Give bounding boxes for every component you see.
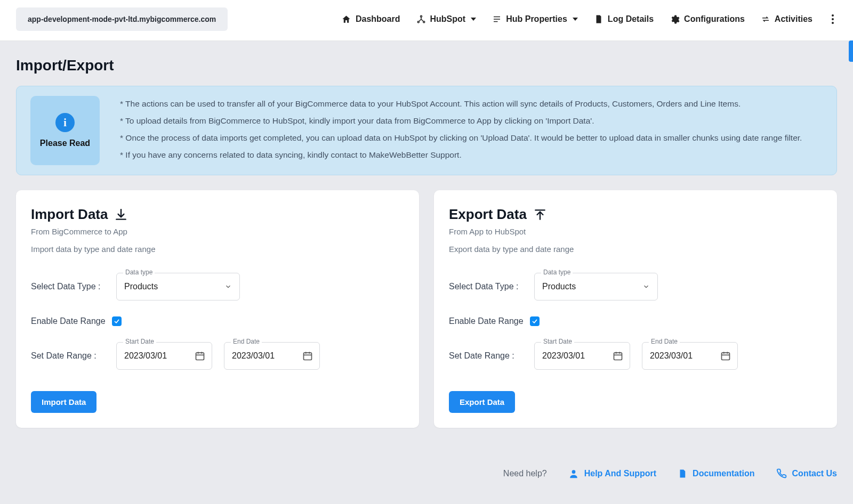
scroll-accent [849,40,853,62]
notice-line: * If you have any concerns related to da… [120,150,802,160]
footer: Need help? Help And Support Documentatio… [0,449,853,490]
import-card: Import Data From BigCommerce to App Impo… [16,190,419,428]
nav-dashboard[interactable]: Dashboard [341,14,400,25]
svg-point-0 [420,15,422,17]
nav-configurations-label: Configurations [684,14,745,24]
notice-line: * To upload details from BigCommerce to … [120,116,802,126]
import-start-date-input[interactable]: Start Date 2023/03/01 [116,342,212,370]
swap-icon [761,14,770,24]
import-data-button[interactable]: Import Data [31,391,96,413]
check-icon [532,318,538,324]
import-set-date-range-label: Set Date Range : [31,351,116,361]
calendar-icon [720,351,731,361]
phone-icon [776,468,787,479]
export-data-type-floating-label: Data type [541,269,573,276]
need-help-label: Need help? [503,469,547,478]
nav-hub-properties[interactable]: Hub Properties [492,14,578,24]
export-data-button[interactable]: Export Data [449,391,515,413]
document-icon [678,468,687,479]
document-icon [594,14,603,24]
calendar-icon [195,351,205,361]
import-select-label: Select Data Type : [31,282,116,291]
svg-rect-10 [304,353,312,360]
chevron-down-icon [573,18,578,21]
notice-badge: i Please Read [30,96,100,165]
export-enable-date-range-label: Enable Date Range [449,316,524,326]
documentation-link[interactable]: Documentation [678,468,754,479]
notice-line: * The actions can be used to transfer al… [120,99,802,109]
svg-rect-18 [722,353,730,360]
svg-point-2 [423,21,424,23]
import-start-date-value: 2023/03/01 [124,351,167,361]
import-data-type-select[interactable]: Data type Products [116,273,240,300]
nav-hub-properties-label: Hub Properties [506,14,567,24]
import-end-date-input[interactable]: End Date 2023/03/01 [224,342,320,370]
nav-hubspot[interactable]: HubSpot [416,14,477,24]
hubspot-icon [416,14,426,24]
export-enable-date-range-checkbox[interactable] [530,316,540,326]
chevron-down-icon [224,283,232,290]
contact-us-label: Contact Us [792,469,837,478]
export-end-date-value: 2023/03/01 [650,351,693,361]
import-end-date-floating-label: End Date [231,338,262,345]
calendar-icon [302,351,313,361]
import-title: Import Data [31,206,108,223]
topbar: app-development-mode-pvt-ltd.mybigcommer… [0,0,853,41]
export-title: Export Data [449,206,527,223]
import-data-type-value: Products [124,282,158,291]
gear-icon [670,14,680,25]
download-icon [114,208,128,222]
export-description: Export data by type and date range [449,245,822,254]
notice-line: * Once the process of data imports get c… [120,133,802,143]
import-description: Import data by type and date range [31,245,404,254]
export-data-type-select[interactable]: Data type Products [534,273,658,300]
export-card: Export Data From App to HubSpot Export d… [434,190,837,428]
calendar-icon [613,351,623,361]
nav-log-details[interactable]: Log Details [594,14,654,24]
info-icon: i [55,113,75,132]
import-start-date-floating-label: Start Date [123,338,156,345]
store-domain-chip: app-development-mode-pvt-ltd.mybigcommer… [16,7,228,31]
documentation-label: Documentation [693,469,754,478]
export-select-label: Select Data Type : [449,282,534,291]
home-icon [341,14,351,25]
svg-point-1 [417,21,419,23]
help-support-label: Help And Support [584,469,656,478]
page-title: Import/Export [16,41,837,86]
chevron-down-icon [471,18,476,21]
export-start-date-value: 2023/03/01 [542,351,585,361]
contact-us-link[interactable]: Contact Us [776,468,837,479]
import-enable-date-range-label: Enable Date Range [31,316,106,326]
export-end-date-input[interactable]: End Date 2023/03/01 [642,342,738,370]
nav-hubspot-label: HubSpot [430,14,466,24]
list-icon [492,14,502,24]
import-subtitle: From BigCommerce to App [31,227,404,236]
export-start-date-floating-label: Start Date [541,338,574,345]
chevron-down-icon [642,283,650,290]
import-end-date-value: 2023/03/01 [232,351,275,361]
import-enable-date-range-checkbox[interactable] [112,316,122,326]
svg-point-22 [572,470,575,474]
export-subtitle: From App to HubSpot [449,227,822,236]
upload-icon [533,208,547,222]
more-menu[interactable] [828,11,837,27]
help-support-link[interactable]: Help And Support [568,468,656,479]
export-end-date-floating-label: End Date [649,338,680,345]
info-notice: i Please Read * The actions can be used … [16,86,837,175]
notice-text: * The actions can be used to transfer al… [120,96,802,160]
check-icon [114,318,120,324]
notice-badge-label: Please Read [40,139,90,148]
person-icon [568,468,579,479]
nav-log-details-label: Log Details [608,14,654,24]
main-nav: Dashboard HubSpot Hub Properties Log Det… [341,11,837,27]
svg-rect-6 [196,353,204,360]
export-start-date-input[interactable]: Start Date 2023/03/01 [534,342,630,370]
nav-configurations[interactable]: Configurations [670,14,745,25]
nav-activities[interactable]: Activities [761,14,812,24]
nav-dashboard-label: Dashboard [356,14,400,24]
svg-rect-14 [614,353,622,360]
export-data-type-value: Products [542,282,576,291]
nav-activities-label: Activities [775,14,812,24]
export-set-date-range-label: Set Date Range : [449,351,534,361]
import-data-type-floating-label: Data type [123,269,155,276]
